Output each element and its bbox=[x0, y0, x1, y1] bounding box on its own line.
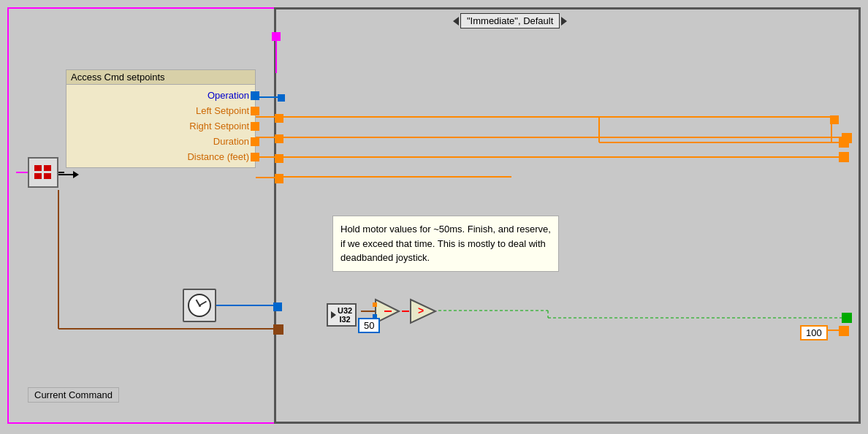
clock-block[interactable] bbox=[183, 289, 216, 322]
greater-svg: > bbox=[408, 298, 438, 324]
cluster-item-distance: Distance (feet) bbox=[66, 149, 255, 164]
current-command-label: Current Command bbox=[28, 387, 119, 403]
immediate-dropdown[interactable]: "Immediate", Default bbox=[453, 13, 567, 28]
dropdown-right-arrow bbox=[561, 17, 567, 26]
terminal-icon bbox=[34, 165, 52, 180]
dropdown-label[interactable]: "Immediate", Default bbox=[460, 13, 560, 28]
note-box: Hold motor values for ~50ms. Finish, and… bbox=[332, 216, 559, 272]
input-terminal[interactable] bbox=[28, 157, 58, 188]
number-box-50[interactable]: 50 bbox=[358, 318, 380, 333]
operation-connector bbox=[251, 91, 259, 100]
cluster-label-left-setpoint: Left Setpoint bbox=[196, 105, 249, 116]
converter-arrow bbox=[331, 311, 336, 319]
current-command-text: Current Command bbox=[34, 389, 113, 400]
cluster-label-duration: Duration bbox=[213, 136, 249, 147]
converter-label: U32 I32 bbox=[338, 306, 352, 324]
clock-center bbox=[199, 305, 201, 307]
cluster-item-left-setpoint: Left Setpoint bbox=[66, 103, 255, 118]
cluster-label-distance: Distance (feet) bbox=[187, 151, 249, 162]
arrow-head bbox=[73, 171, 79, 178]
cluster-label-operation: Operation bbox=[208, 90, 249, 101]
svg-text:>: > bbox=[418, 305, 424, 316]
clock-face bbox=[188, 294, 211, 317]
dropdown-left-arrow bbox=[453, 17, 459, 26]
cluster-item-right-setpoint: Right Setpoint bbox=[66, 118, 255, 134]
cluster-item-duration: Duration bbox=[66, 134, 255, 149]
note-text: Hold motor values for ~50ms. Finish, and… bbox=[340, 224, 551, 263]
number-50-value: 50 bbox=[364, 320, 374, 331]
canvas: "Immediate", Default Access Cmd setpoint… bbox=[0, 0, 868, 434]
greater-block[interactable]: > bbox=[408, 298, 438, 324]
left-setpoint-connector bbox=[251, 107, 259, 115]
cluster-title: Access Cmd setpoints bbox=[66, 70, 255, 85]
arrow-to-cluster bbox=[58, 171, 79, 178]
cluster-item-operation: Operation bbox=[66, 88, 255, 103]
duration-connector bbox=[251, 137, 259, 146]
cluster-items: Operation Left Setpoint Right Setpoint D… bbox=[66, 85, 255, 167]
arrow-line bbox=[58, 174, 73, 175]
right-setpoint-connector bbox=[251, 122, 259, 131]
cluster-label-right-setpoint: Right Setpoint bbox=[189, 121, 249, 132]
svg-rect-46 bbox=[373, 302, 377, 307]
converter-block[interactable]: U32 I32 bbox=[327, 303, 357, 327]
number-100-value: 100 bbox=[806, 327, 822, 338]
distance-connector bbox=[251, 153, 259, 161]
number-box-100[interactable]: 100 bbox=[800, 325, 828, 340]
cluster-access-cmd: Access Cmd setpoints Operation Left Setp… bbox=[66, 69, 256, 168]
